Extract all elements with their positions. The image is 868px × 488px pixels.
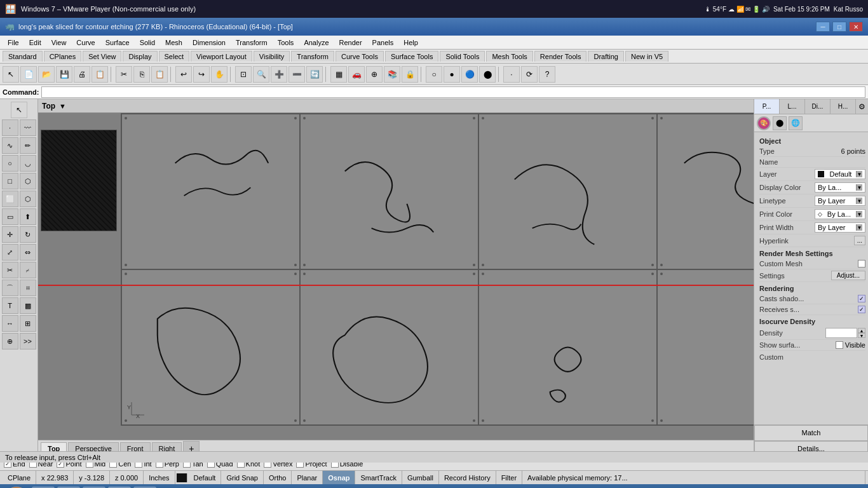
tab-render-tools[interactable]: Render Tools (534, 51, 587, 62)
viewport-cell-r2c2[interactable] (300, 269, 478, 425)
tab-viewport-layout[interactable]: Viewport Layout (191, 51, 252, 62)
status-gumball[interactable]: Gumball (402, 471, 439, 484)
tab-drafting[interactable]: Drafting (588, 51, 624, 62)
rotate-view[interactable]: 🔄 (306, 66, 323, 83)
linetype-dropdown[interactable]: ▼ (856, 198, 862, 204)
status-smarttrack[interactable]: SmartTrack (355, 471, 402, 484)
lock-btn[interactable]: 🔒 (402, 66, 418, 83)
tab-select[interactable]: Select (159, 51, 190, 62)
viewport-title-arrow[interactable]: ▼ (59, 102, 66, 110)
rp-display-color-value[interactable]: By La... ▼ (815, 182, 865, 193)
extrude-tool[interactable]: ⬆ (20, 208, 36, 225)
menu-tools[interactable]: Tools (273, 37, 299, 48)
rp-layer-value[interactable]: Default ▼ (815, 169, 865, 179)
rp-tab-h[interactable]: H... (831, 99, 856, 114)
maximize-button[interactable]: □ (832, 22, 846, 32)
command-input[interactable] (41, 86, 865, 98)
open-doc[interactable]: 📂 (38, 66, 55, 83)
layer-tool-left[interactable]: ⊕ (2, 333, 18, 349)
print-doc[interactable]: 🖨 (74, 66, 90, 83)
custom-mesh-checkbox[interactable] (858, 260, 865, 268)
minimize-button[interactable]: ─ (816, 22, 830, 32)
rebuild[interactable]: ⟳ (521, 66, 538, 83)
tab-standard[interactable]: Standard (3, 51, 43, 62)
sphere-wire[interactable]: ○ (426, 66, 442, 83)
rp-print-color-value[interactable]: ◇ By La... ▼ (815, 209, 865, 219)
snap-btn[interactable]: ⊕ (366, 66, 383, 83)
sphere-tool[interactable]: ⬡ (20, 191, 36, 207)
redo-btn[interactable]: ↪ (193, 66, 210, 83)
menu-edit[interactable]: Edit (24, 37, 46, 48)
split-tool[interactable]: ⌿ (20, 262, 36, 278)
zoom-in[interactable]: ➕ (271, 66, 287, 83)
display-color-dropdown[interactable]: ▼ (856, 184, 862, 191)
status-cplane[interactable]: CPlane (3, 471, 36, 484)
zoom-win[interactable]: 🔍 (253, 66, 269, 83)
help-btn[interactable]: ? (539, 66, 555, 83)
print-width-dropdown[interactable]: ▼ (856, 224, 862, 231)
tab-solid-tools[interactable]: Solid Tools (440, 51, 485, 62)
sphere-ghost[interactable]: ⬤ (479, 66, 496, 83)
adjust-button[interactable]: Adjust... (831, 271, 865, 280)
density-down[interactable]: ▼ (858, 333, 865, 338)
select-tool[interactable]: ↖ (11, 102, 27, 118)
rp-tab-di[interactable]: Di... (805, 99, 831, 114)
titlebar-buttons[interactable]: ─ □ ✕ (816, 22, 863, 32)
tab-surface-tools[interactable]: Surface Tools (385, 51, 438, 62)
text-tool[interactable]: T (2, 297, 18, 314)
menu-mesh[interactable]: Mesh (160, 37, 187, 48)
tab-new-v5[interactable]: New in V5 (625, 51, 668, 62)
cut-btn[interactable]: ✂ (116, 66, 132, 83)
hatch-tool[interactable]: ▩ (20, 297, 36, 314)
menu-render[interactable]: Render (334, 37, 367, 48)
prop-btn[interactable]: 📋 (92, 66, 108, 83)
tab-display[interactable]: Display (123, 51, 157, 62)
menu-curve[interactable]: Curve (71, 37, 100, 48)
circle-tool[interactable]: ○ (2, 155, 18, 172)
cursor-tool[interactable]: ↖ (3, 66, 19, 83)
scale-tool[interactable]: ⤢ (2, 244, 18, 261)
status-grid-snap[interactable]: Grid Snap (221, 471, 264, 484)
rp-tab-l[interactable]: L... (780, 99, 805, 114)
rotate-tool[interactable]: ↻ (20, 226, 36, 243)
menu-analyze[interactable]: Analyze (299, 37, 334, 48)
menu-file[interactable]: File (3, 37, 24, 48)
dim-tool[interactable]: ↔ (2, 315, 18, 332)
tab-cplanes[interactable]: CPlanes (44, 51, 82, 62)
sphere-shade[interactable]: ● (444, 66, 460, 83)
menu-surface[interactable]: Surface (100, 37, 135, 48)
pan-btn[interactable]: ✋ (211, 66, 227, 83)
zoom-ext[interactable]: ⊡ (235, 66, 252, 83)
box-3d-tool[interactable]: ⬜ (2, 191, 18, 207)
viewport-cell-r1c4[interactable] (657, 114, 754, 269)
point-tool[interactable]: · (2, 119, 18, 136)
show-surface-checkbox[interactable] (836, 341, 843, 349)
tab-mesh-tools[interactable]: Mesh Tools (486, 51, 532, 62)
menu-solid[interactable]: Solid (135, 37, 160, 48)
tab-set-view[interactable]: Set View (83, 51, 121, 62)
viewport-cell-r2c4[interactable] (657, 269, 754, 425)
menu-panels[interactable]: Panels (367, 37, 399, 48)
hyperlink-button[interactable]: ... (854, 236, 865, 245)
layer-dropdown-arrow[interactable]: ▼ (856, 171, 862, 177)
rp-env-icon[interactable]: 🌐 (789, 116, 803, 130)
free-tool[interactable]: ✏ (20, 137, 36, 154)
viewport-cell-r1c2[interactable] (300, 114, 478, 269)
sphere-render[interactable]: 🔵 (461, 66, 478, 83)
status-layer[interactable]: Default (189, 471, 222, 484)
block-tool[interactable]: ⊞ (20, 315, 36, 332)
rp-tab-p[interactable]: P... (754, 99, 780, 114)
receives-checkbox[interactable] (858, 306, 865, 313)
rp-print-width-value[interactable]: By Layer ▼ (815, 222, 865, 233)
paste-btn[interactable]: 📋 (151, 66, 168, 83)
rp-color-icon[interactable]: 🎨 (757, 116, 771, 130)
match-button[interactable]: Match (754, 425, 868, 441)
polyline-tool[interactable]: 〰 (20, 119, 36, 136)
save-doc[interactable]: 💾 (56, 66, 72, 83)
rp-material-icon[interactable]: ⬤ (773, 116, 787, 130)
mirror-tool[interactable]: ⇔ (20, 244, 36, 261)
curve-tool[interactable]: ∿ (2, 137, 18, 154)
status-filter[interactable]: Filter (496, 471, 522, 484)
status-ortho[interactable]: Ortho (264, 471, 292, 484)
tab-visibility[interactable]: Visibility (254, 51, 290, 62)
